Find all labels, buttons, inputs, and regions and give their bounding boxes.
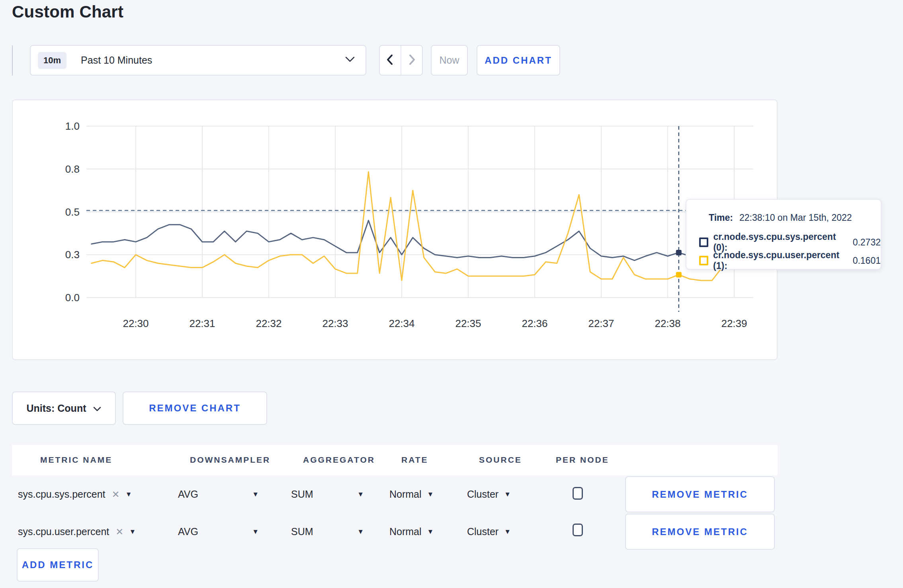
col-header-metric-name: METRIC NAME [40,455,112,465]
svg-text:1.0: 1.0 [65,120,80,132]
rate-select[interactable]: Normal ▼ [389,476,434,512]
per-node-checkbox[interactable] [573,524,583,536]
prev-time-button[interactable] [380,46,401,75]
svg-text:0.3: 0.3 [65,249,80,261]
downsampler-select[interactable]: AVG ▼ [178,476,259,512]
svg-text:0.8: 0.8 [65,163,80,175]
time-nav [379,45,423,76]
clear-metric-icon[interactable]: ✕ [115,526,123,537]
metric-name-select[interactable]: sys.cpu.user.percent ✕ ▼ [18,514,136,550]
chevron-right-icon [406,53,418,68]
svg-text:22:37: 22:37 [588,317,614,329]
svg-text:22:38: 22:38 [655,317,680,329]
series-swatch-icon [699,256,708,265]
caret-down-icon: ▼ [504,528,511,536]
chevron-down-icon [345,56,355,64]
line-chart[interactable]: 22:3022:3122:3222:3322:3422:3522:3622:37… [13,100,777,359]
svg-text:22:39: 22:39 [721,317,747,329]
svg-text:22:33: 22:33 [322,317,348,329]
metric-name-select[interactable]: sys.cpu.sys.percent ✕ ▼ [18,476,132,512]
units-selector[interactable]: Units: Count [12,391,116,425]
rate-select[interactable]: Normal ▼ [389,514,434,550]
svg-text:22:32: 22:32 [256,317,281,329]
rate-value: Normal [389,489,422,500]
chart-tooltip: Time: 22:38:10 on Mar 15th, 2022 cr.node… [686,199,882,270]
chevron-down-icon [93,403,101,414]
chevron-left-icon [384,53,396,68]
svg-text:22:36: 22:36 [522,317,547,329]
downsampler-value: AVG [178,526,198,537]
col-header-per-node: PER NODE [556,455,609,465]
caret-down-icon: ▼ [129,528,136,536]
tooltip-series-row: cr.node.sys.cpu.user.percent (1): 0.1601 [699,250,881,271]
time-range-selector[interactable]: 10m Past 10 Minutes [30,45,366,76]
source-value: Cluster [467,489,498,500]
downsampler-select[interactable]: AVG ▼ [178,514,259,550]
caret-down-icon: ▼ [252,528,259,536]
source-value: Cluster [467,526,498,537]
svg-text:22:31: 22:31 [189,317,215,329]
col-header-source: SOURCE [479,455,522,465]
caret-down-icon: ▼ [427,528,434,536]
svg-text:0.5: 0.5 [65,206,80,218]
caret-down-icon: ▼ [357,528,364,536]
downsampler-value: AVG [178,489,198,500]
tooltip-time-value: 22:38:10 on Mar 15th, 2022 [739,212,852,223]
svg-text:0.0: 0.0 [65,292,80,304]
aggregator-select[interactable]: SUM ▼ [291,476,364,512]
tooltip-series-label: cr.node.sys.cpu.user.percent (1): [713,250,848,271]
tooltip-time-label: Time: [709,212,733,223]
time-range-label: Past 10 Minutes [81,55,345,66]
col-header-aggregator: AGGREGATOR [303,455,375,465]
series-swatch-icon [699,238,708,247]
rate-value: Normal [389,526,422,537]
caret-down-icon: ▼ [357,491,364,498]
col-header-downsampler: DOWNSAMPLER [190,455,270,465]
units-label: Units: Count [27,403,86,414]
next-time-button[interactable] [401,46,422,75]
metric-name-value: sys.cpu.sys.percent [18,489,106,500]
aggregator-value: SUM [291,489,313,500]
remove-metric-button[interactable]: REMOVE METRIC [625,514,775,550]
divider [12,45,13,76]
metric-table-header: METRIC NAME DOWNSAMPLER AGGREGATOR RATE … [12,445,778,475]
per-node-checkbox[interactable] [573,487,583,500]
now-button[interactable]: Now [431,45,468,76]
source-select[interactable]: Cluster ▼ [467,514,511,550]
clear-metric-icon[interactable]: ✕ [112,489,120,500]
remove-metric-button[interactable]: REMOVE METRIC [625,476,775,512]
remove-chart-button[interactable]: REMOVE CHART [123,391,267,425]
add-metric-button[interactable]: ADD METRIC [17,548,99,582]
tooltip-time: Time: 22:38:10 on Mar 15th, 2022 [709,212,852,223]
source-select[interactable]: Cluster ▼ [467,476,511,512]
caret-down-icon: ▼ [427,491,434,498]
page-title: Custom Chart [12,2,123,21]
aggregator-value: SUM [291,526,313,537]
tooltip-series-value: 0.2732 [853,237,881,248]
chart-panel: 22:3022:3122:3222:3322:3422:3522:3622:37… [12,99,778,360]
caret-down-icon: ▼ [125,491,132,498]
svg-text:22:34: 22:34 [389,317,414,329]
metric-name-value: sys.cpu.user.percent [18,526,109,537]
col-header-rate: RATE [401,455,428,465]
tooltip-series-value: 0.1601 [853,255,881,266]
custom-chart-page: Custom Chart 10m Past 10 Minutes Now ADD… [0,0,903,588]
svg-text:22:30: 22:30 [123,317,149,329]
add-chart-button[interactable]: ADD CHART [477,45,560,76]
svg-text:22:35: 22:35 [455,317,481,329]
caret-down-icon: ▼ [504,491,511,498]
aggregator-select[interactable]: SUM ▼ [291,514,364,550]
time-range-badge: 10m [38,52,66,69]
caret-down-icon: ▼ [252,491,259,498]
